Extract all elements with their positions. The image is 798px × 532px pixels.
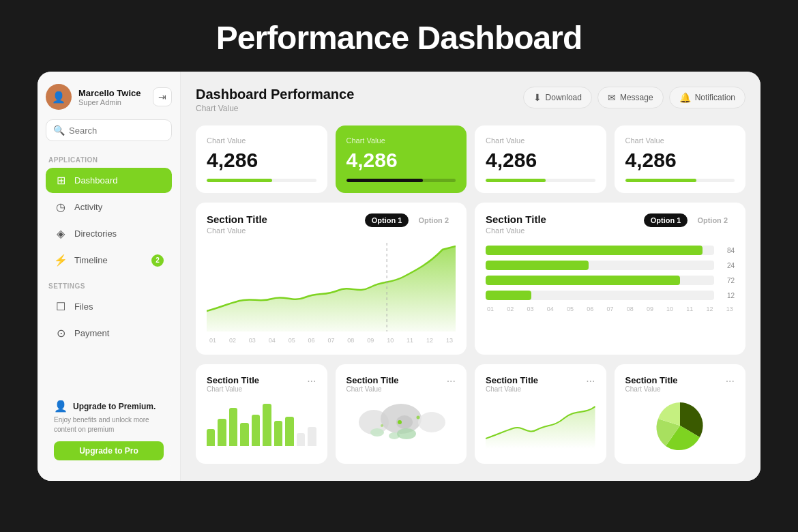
mini-bar [285, 417, 293, 446]
bar-value: 72 [720, 277, 735, 284]
dashboard-title: Dashboard Performance [196, 87, 354, 102]
upgrade-title: Upgrade to Premium. [73, 402, 156, 411]
charts-row: Section Title Chart Value Option 1 Optio… [196, 203, 745, 355]
bottom-card-title: Section Title [207, 375, 259, 385]
app-container: 👤 Marcello Twice Super Admin ⇥ 🔍 APPLICA… [38, 72, 760, 481]
upgrade-box: 👤 Upgrade to Premium. Enjoy benefits and… [46, 391, 172, 469]
svg-point-6 [370, 428, 384, 437]
sidebar-item-label: Dashboard [74, 175, 118, 186]
bottom-card-header: Section Title Chart Value ··· [486, 375, 595, 393]
notification-label: Notification [695, 93, 735, 102]
bar-chart-card: Section Title Chart Value Option 1 Optio… [475, 203, 745, 355]
timeline-icon: ⚡ [54, 254, 68, 267]
activity-icon: ◷ [54, 201, 68, 213]
bottom-card-2: Section Title Chart Value ··· [336, 364, 467, 464]
area-chart-card: Section Title Chart Value Option 1 Optio… [196, 203, 467, 355]
main-content: Dashboard Performance Chart Value ⬇ Down… [181, 72, 760, 481]
x-label: 02 [229, 337, 236, 344]
mini-bar-chart [207, 398, 316, 446]
chart-options: Option 1 Option 2 [644, 213, 735, 227]
sidebar-item-directories[interactable]: ◈ Directories [46, 221, 172, 246]
option2-button[interactable]: Option 2 [690, 213, 735, 227]
bar-track [486, 246, 714, 255]
bottom-card-title: Section Title [625, 375, 678, 385]
user-role: Super Admin [78, 98, 146, 106]
bottom-card-subtitle: Chart Value [346, 385, 399, 393]
header-actions: ⬇ Download ✉ Message 🔔 Notification [523, 87, 745, 108]
stats-row: Chart Value 4,286 Chart Value 4,286 Char… [196, 125, 745, 193]
page-title-area: Performance Dashboard [0, 0, 798, 72]
stat-value: 4,286 [207, 149, 316, 172]
option1-button[interactable]: Option 1 [644, 213, 688, 227]
sidebar-item-label: Directories [74, 228, 117, 239]
stat-bar-track [346, 179, 456, 182]
mini-bar [263, 404, 271, 446]
mini-bar [240, 423, 248, 446]
svg-point-10 [381, 424, 383, 427]
map-chart [346, 398, 456, 449]
download-button[interactable]: ⬇ Download [523, 87, 592, 108]
mini-bar [297, 433, 305, 446]
stat-bar-fill [346, 179, 423, 182]
bottom-card-header: Section Title Chart Value ··· [207, 375, 316, 393]
x-label: 07 [327, 337, 334, 344]
avatar: 👤 [46, 84, 72, 110]
option1-button[interactable]: Option 1 [365, 213, 409, 227]
sidebar-item-activity[interactable]: ◷ Activity [46, 194, 172, 220]
sidebar-item-dashboard[interactable]: ⊞ Dashboard [46, 168, 172, 193]
svg-point-9 [416, 416, 419, 419]
more-options-button[interactable]: ··· [726, 375, 735, 387]
sidebar-item-label: Files [74, 301, 93, 312]
bar-track [486, 276, 714, 285]
x-label: 13 [446, 337, 453, 344]
sidebar-item-label: Timeline [74, 255, 108, 265]
chart-header: Section Title Chart Value Option 1 Optio… [207, 213, 456, 235]
stat-value: 4,286 [486, 149, 595, 172]
page-title: Performance Dashboard [0, 19, 798, 57]
upgrade-header: 👤 Upgrade to Premium. [54, 400, 164, 413]
message-label: Message [620, 93, 653, 102]
stat-label: Chart Value [346, 136, 456, 145]
stat-bar-fill [486, 179, 546, 182]
sidebar-item-label: Activity [74, 202, 102, 212]
x-label: 08 [347, 337, 354, 344]
payment-icon: ⊙ [54, 327, 68, 340]
chart-title-group: Section Title Chart Value [486, 213, 546, 235]
x-label: 11 [407, 337, 413, 344]
collapse-button[interactable]: ⇥ [153, 87, 172, 106]
donut-chart [625, 398, 735, 453]
bar-row: 12 [486, 291, 735, 300]
stat-bar-fill [625, 179, 696, 182]
chart-title: Section Title [207, 213, 267, 225]
chart-subtitle: Chart Value [486, 226, 546, 235]
bar-row: 84 [486, 246, 735, 255]
download-icon: ⬇ [533, 92, 542, 103]
sidebar-user: 👤 Marcello Twice Super Admin ⇥ [46, 84, 172, 110]
bar-fill [486, 261, 589, 270]
username: Marcello Twice [78, 88, 146, 98]
mini-line-chart [486, 398, 595, 446]
sidebar-item-timeline[interactable]: ⚡ Timeline 2 [46, 248, 172, 273]
dashboard-subtitle: Chart Value [196, 104, 354, 113]
sidebar-item-payment[interactable]: ⊙ Payment [46, 321, 172, 346]
header-left: Dashboard Performance Chart Value [196, 87, 354, 113]
area-chart: 01 02 03 04 05 06 07 08 09 10 11 12 13 [207, 243, 456, 344]
x-label: 06 [308, 337, 315, 344]
option2-button[interactable]: Option 2 [411, 213, 456, 227]
more-options-button[interactable]: ··· [307, 375, 316, 387]
sidebar-item-label: Payment [74, 328, 109, 338]
more-options-button[interactable]: ··· [447, 375, 456, 387]
bar-chart: 84 24 72 12 01 [486, 243, 735, 315]
sidebar-item-files[interactable]: ☐ Files [46, 294, 172, 319]
notification-button[interactable]: 🔔 Notification [669, 87, 745, 108]
bar-track [486, 261, 714, 270]
more-options-button[interactable]: ··· [586, 375, 595, 387]
message-button[interactable]: ✉ Message [597, 87, 664, 108]
mini-bar [308, 427, 316, 446]
main-header: Dashboard Performance Chart Value ⬇ Down… [196, 87, 745, 113]
search-input[interactable] [69, 125, 183, 136]
timeline-badge: 2 [151, 254, 164, 267]
upgrade-button[interactable]: Upgrade to Pro [54, 441, 164, 460]
search-bar[interactable]: 🔍 [46, 119, 172, 141]
stat-card-3: Chart Value 4,286 [475, 125, 606, 193]
